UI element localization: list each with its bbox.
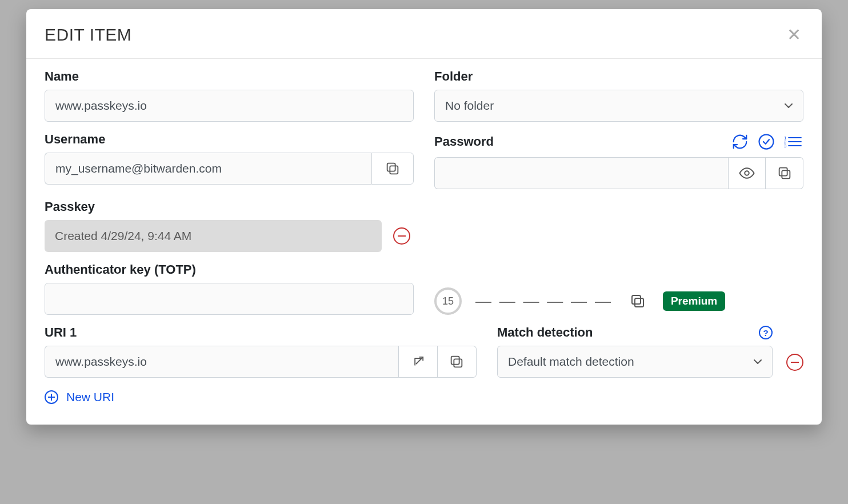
- svg-rect-12: [635, 298, 643, 307]
- close-icon: ✕: [787, 25, 801, 44]
- help-icon: ?: [763, 328, 768, 338]
- passkey-created-chip: Created 4/29/24, 9:44 AM: [45, 220, 382, 252]
- copy-icon: [449, 354, 465, 370]
- svg-rect-0: [390, 166, 398, 174]
- minus-icon: [791, 362, 799, 363]
- minus-icon: [398, 235, 406, 237]
- copy-password-button[interactable]: [766, 157, 803, 189]
- svg-point-2: [759, 135, 774, 149]
- svg-text:3: 3: [784, 143, 787, 149]
- copy-username-button[interactable]: [371, 153, 414, 185]
- password-history-button[interactable]: 123: [783, 132, 803, 151]
- password-label: Password: [434, 134, 494, 149]
- totp-input[interactable]: [45, 283, 414, 315]
- check-circle-icon: [758, 133, 775, 150]
- copy-icon: [385, 161, 401, 177]
- match-detection-select[interactable]: [497, 346, 773, 378]
- modal-body: Name Folder Username: [26, 59, 822, 425]
- eye-icon: [738, 165, 755, 182]
- modal-header: Edit Item ✕: [26, 9, 822, 59]
- password-input[interactable]: [434, 157, 728, 189]
- plus-circle-icon: [45, 390, 58, 404]
- svg-rect-11: [779, 168, 787, 176]
- svg-rect-14: [454, 359, 462, 367]
- new-uri-button[interactable]: New URI: [45, 390, 114, 404]
- edit-item-modal: Edit Item ✕ Name Folder: [26, 9, 822, 425]
- copy-uri-button[interactable]: [438, 346, 477, 378]
- svg-rect-15: [451, 357, 459, 365]
- copy-icon: [777, 165, 793, 181]
- uri1-input[interactable]: [45, 346, 398, 378]
- totp-label: Authenticator key (TOTP): [45, 262, 414, 277]
- launch-uri-button[interactable]: [398, 346, 437, 378]
- match-detection-help-button[interactable]: ?: [759, 326, 773, 339]
- uri1-label: URI 1: [45, 325, 477, 340]
- svg-rect-10: [782, 170, 790, 178]
- external-link-icon: [410, 354, 426, 370]
- svg-rect-13: [632, 295, 641, 304]
- copy-icon: [629, 293, 646, 310]
- modal-title: Edit Item: [45, 25, 131, 45]
- new-uri-label: New URI: [66, 390, 114, 404]
- copy-totp-button[interactable]: [626, 290, 649, 313]
- totp-seconds: 15: [442, 295, 454, 307]
- match-detection-label: Match detection: [497, 325, 593, 340]
- list-number-icon: 123: [784, 133, 802, 150]
- svg-point-9: [745, 171, 749, 175]
- username-label: Username: [45, 132, 414, 147]
- name-input[interactable]: [45, 90, 414, 122]
- name-label: Name: [45, 69, 414, 84]
- check-password-button[interactable]: [757, 132, 776, 151]
- totp-code: — — — — — —: [475, 292, 613, 310]
- toggle-password-visibility-button[interactable]: [728, 157, 766, 189]
- remove-uri-button[interactable]: [786, 354, 803, 371]
- refresh-icon: [731, 133, 749, 150]
- totp-timer: 15: [434, 287, 462, 315]
- passkey-label: Passkey: [45, 199, 414, 214]
- remove-passkey-button[interactable]: [393, 227, 410, 245]
- username-input[interactable]: [45, 153, 371, 185]
- folder-label: Folder: [434, 69, 803, 84]
- svg-rect-1: [387, 163, 395, 171]
- close-button[interactable]: ✕: [785, 26, 803, 43]
- generate-password-button[interactable]: [730, 132, 750, 151]
- folder-select[interactable]: [434, 90, 803, 122]
- premium-badge: Premium: [663, 291, 725, 311]
